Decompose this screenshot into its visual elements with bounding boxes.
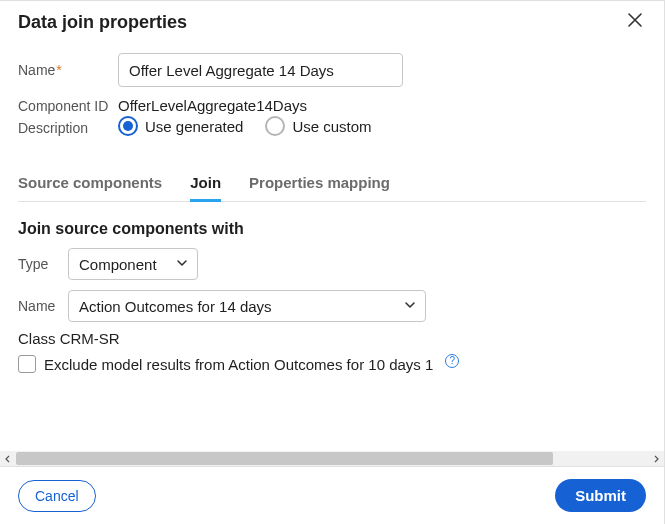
tab-source-components[interactable]: Source components [18, 166, 162, 201]
join-name-row: Name Action Outcomes for 14 days [18, 290, 646, 322]
scroll-left-icon[interactable] [0, 451, 16, 466]
exclude-label: Exclude model results from Action Outcom… [44, 356, 433, 373]
radio-icon [118, 116, 138, 136]
scroll-right-icon[interactable] [648, 451, 664, 466]
join-name-select[interactable]: Action Outcomes for 14 days [68, 290, 426, 322]
radio-icon [265, 116, 285, 136]
join-name-label: Name [18, 298, 68, 314]
radio-generated-label: Use generated [145, 118, 243, 135]
horizontal-scrollbar[interactable] [0, 451, 664, 466]
scrollbar-track[interactable] [16, 451, 648, 466]
modal-footer: Cancel Submit [0, 466, 664, 524]
modal-title: Data join properties [18, 12, 187, 33]
name-label: Name* [18, 62, 118, 78]
join-name-value: Action Outcomes for 14 days [79, 298, 272, 315]
data-join-properties-modal: Data join properties Name* Component ID … [0, 0, 665, 524]
required-asterisk-icon: * [56, 62, 61, 78]
description-radio-group: Use generated Use custom [118, 116, 372, 136]
cancel-button[interactable]: Cancel [18, 480, 96, 512]
chevron-down-icon [403, 298, 417, 315]
exclude-checkbox[interactable] [18, 355, 36, 373]
component-id-row: Component ID OfferLevelAggregate14Days [18, 97, 646, 114]
radio-custom-label: Use custom [292, 118, 371, 135]
class-label: Class [18, 330, 56, 347]
name-input[interactable] [118, 53, 403, 87]
radio-use-custom[interactable]: Use custom [265, 116, 371, 136]
type-select[interactable]: Component [68, 248, 198, 280]
join-section-title: Join source components with [18, 220, 646, 238]
name-label-text: Name [18, 62, 55, 78]
type-select-value: Component [79, 256, 157, 273]
tab-bar: Source components Join Properties mappin… [18, 166, 646, 202]
modal-body: Name* Component ID OfferLevelAggregate14… [0, 39, 664, 466]
class-row: Class CRM-SR [18, 330, 646, 347]
modal-header: Data join properties [0, 1, 664, 39]
submit-button[interactable]: Submit [555, 479, 646, 512]
description-row: Description Use generated Use custom [18, 120, 646, 136]
class-value: CRM-SR [60, 330, 120, 347]
type-row: Type Component [18, 248, 646, 280]
close-icon[interactable] [624, 9, 646, 35]
name-row: Name* [18, 53, 646, 87]
help-icon[interactable]: ? [445, 354, 459, 368]
description-label: Description [18, 120, 118, 136]
exclude-row: Exclude model results from Action Outcom… [18, 355, 646, 373]
tab-properties-mapping[interactable]: Properties mapping [249, 166, 390, 201]
scrollbar-thumb[interactable] [16, 452, 553, 465]
chevron-down-icon [175, 256, 189, 273]
type-label: Type [18, 256, 68, 272]
tab-join[interactable]: Join [190, 166, 221, 201]
radio-use-generated[interactable]: Use generated [118, 116, 243, 136]
component-id-value: OfferLevelAggregate14Days [118, 97, 307, 114]
component-id-label: Component ID [18, 98, 118, 114]
